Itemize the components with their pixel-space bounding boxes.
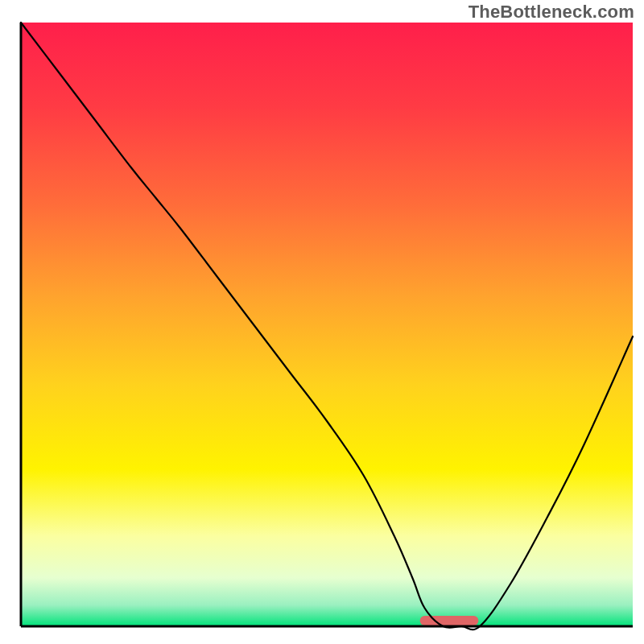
chart-background <box>21 23 633 626</box>
watermark-label: TheBottleneck.com <box>469 2 634 23</box>
chart-canvas <box>0 0 644 644</box>
bottleneck-chart: TheBottleneck.com <box>0 0 644 644</box>
